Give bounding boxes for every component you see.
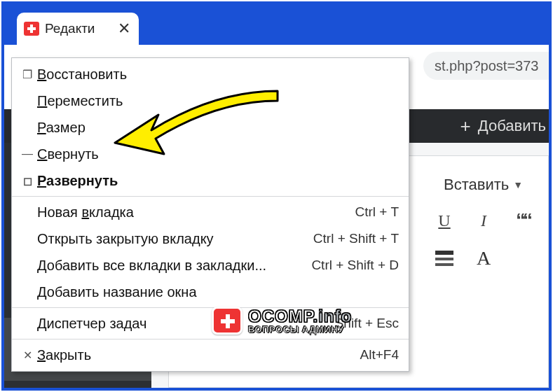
shortcut-label: Ctrl + Shift + T	[313, 231, 399, 246]
menu-minimize[interactable]: — Свернуть	[12, 141, 409, 167]
italic-icon[interactable]: I	[475, 211, 493, 230]
restore-icon: ❐	[18, 68, 37, 81]
favicon-medical-icon	[24, 22, 39, 36]
shortcut-label: Ctrl + Shift + D	[311, 258, 399, 273]
add-new-label[interactable]: Добавить	[478, 117, 546, 135]
address-bar[interactable]: st.php?post=373	[423, 52, 549, 80]
url-fragment: st.php?post=373	[435, 58, 538, 74]
watermark-tld: .info	[313, 307, 353, 326]
watermark: OCOMP.info ВОПРОСЫ АДМИНУ	[212, 307, 352, 335]
menu-restore[interactable]: ❐ Восстановить	[12, 61, 409, 88]
editor-toolbar: U I ““	[435, 209, 532, 232]
tab-bar: Редакти ✕	[4, 4, 549, 45]
editor-toolbar-2: A	[435, 247, 493, 270]
text-color-icon[interactable]: A	[475, 247, 493, 270]
chevron-down-icon: ▼	[513, 179, 523, 190]
tab-title: Редакти	[45, 21, 111, 36]
menu-maximize[interactable]: ◻ Развернуть	[12, 167, 409, 194]
blockquote-icon[interactable]: ““	[514, 209, 532, 232]
watermark-brand: OCOMP	[248, 307, 313, 326]
insert-label: Вставить	[444, 176, 509, 194]
shortcut-label: Ctrl + T	[355, 204, 399, 220]
horizontal-rule-icon[interactable]	[435, 251, 453, 266]
insert-dropdown[interactable]: Вставить ▼	[435, 170, 531, 200]
screenshot-frame: Редакти ✕ st.php?post=373 + Добавить Вст…	[1, 1, 552, 391]
browser-tab[interactable]: Редакти ✕	[17, 13, 139, 45]
menu-separator	[12, 196, 409, 197]
maximize-icon: ◻	[18, 174, 37, 188]
menu-reopen-tab[interactable]: Открыть закрытую вкладку Ctrl + Shift + …	[12, 225, 409, 252]
shortcut-label: Alt+F4	[360, 347, 399, 363]
menu-bookmark-all[interactable]: Добавить все вкладки в закладки... Ctrl …	[12, 252, 409, 279]
menu-size[interactable]: Размер	[12, 114, 409, 141]
menu-move[interactable]: Переместить	[12, 88, 409, 114]
menu-new-tab[interactable]: Новая вкладка Ctrl + T	[12, 199, 409, 225]
close-icon: ✕	[18, 349, 37, 362]
menu-name-window[interactable]: Добавить название окна	[12, 279, 409, 305]
underline-icon[interactable]: U	[435, 211, 453, 230]
watermark-subtitle: ВОПРОСЫ АДМИНУ	[248, 325, 352, 334]
menu-close[interactable]: ✕ Закрыть Alt+F4	[12, 342, 409, 368]
minimize-icon: —	[18, 148, 37, 160]
plus-icon[interactable]: +	[460, 115, 471, 137]
watermark-badge-icon	[212, 307, 243, 335]
menu-separator	[12, 339, 409, 340]
tab-close-button[interactable]: ✕	[116, 20, 132, 38]
